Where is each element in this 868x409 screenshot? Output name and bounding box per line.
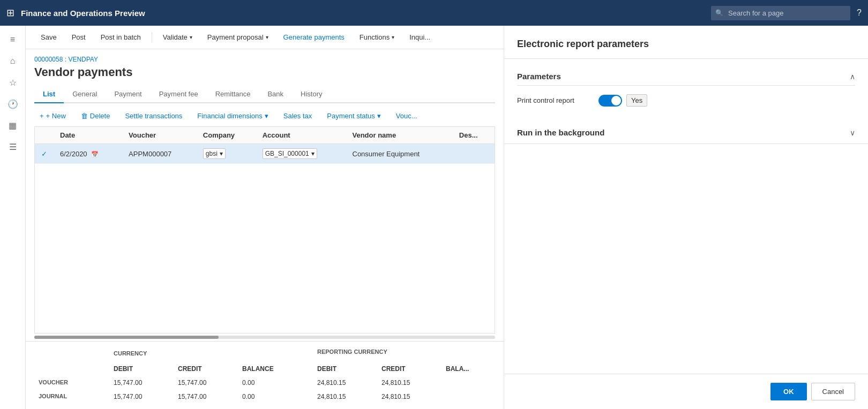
toggle-value: Yes <box>626 94 647 107</box>
tab-list[interactable]: List <box>34 86 64 103</box>
sidebar: ≡ ⌂ ☆ 🕐 ▦ ☰ <box>0 26 26 409</box>
parameters-section-header[interactable]: Parameters ∧ <box>517 67 855 86</box>
content-area: Save Post Post in batch Validate ▾ Payme… <box>26 26 504 409</box>
main-layout: ≡ ⌂ ☆ 🕐 ▦ ☰ Save Post Post in batch Vali… <box>0 26 868 409</box>
validate-chevron-icon: ▾ <box>190 34 192 40</box>
post-button[interactable]: Post <box>65 30 92 44</box>
payment-status-button[interactable]: Payment status ▾ <box>321 110 386 122</box>
settle-transactions-button[interactable]: Settle transactions <box>119 110 188 122</box>
journal-r-debit: 24,810.15 <box>313 391 377 403</box>
tab-payment-fee[interactable]: Payment fee <box>151 86 207 103</box>
run-background-section-header[interactable]: Run in the background ∨ <box>504 122 868 144</box>
row-check: ✓ <box>35 144 54 164</box>
tabs: List General Payment Payment fee Remitta… <box>34 86 495 103</box>
sidebar-recent-icon[interactable]: 🕐 <box>3 94 23 113</box>
toggle-wrap: Yes <box>598 94 647 107</box>
voucher-r-credit: 24,810.15 <box>377 377 442 389</box>
sidebar-home-icon[interactable]: ⌂ <box>3 51 23 71</box>
journal-r-credit: 24,810.15 <box>377 391 442 403</box>
journal-balance: 0.00 <box>238 391 291 403</box>
parameters-section: Parameters ∧ Print control report Yes <box>504 59 868 122</box>
help-icon[interactable]: ? <box>857 8 862 18</box>
credit-col-header: CREDIT <box>174 363 238 375</box>
row-account: GB_SI_000001 ▾ <box>256 144 346 164</box>
scrollbar-thumb[interactable] <box>34 336 219 339</box>
column-header-account[interactable]: Account <box>256 127 346 144</box>
sales-tax-button[interactable]: Sales tax <box>278 110 317 122</box>
inquire-button[interactable]: Inqui... <box>403 30 437 44</box>
voucher-row-label: VOUCHER <box>34 377 109 389</box>
r-debit-col-header: DEBIT <box>313 363 377 375</box>
top-navigation: ⊞ Finance and Operations Preview ? <box>0 0 868 26</box>
grid-icon[interactable]: ⊞ <box>6 7 14 19</box>
tab-payment[interactable]: Payment <box>106 86 150 103</box>
action-bar: Save Post Post in batch Validate ▾ Payme… <box>26 26 504 49</box>
payment-status-chevron-icon: ▾ <box>377 112 381 120</box>
sidebar-workspaces-icon[interactable]: ▦ <box>3 116 23 135</box>
voucher-debit: 15,747.00 <box>109 377 174 389</box>
voucher-credit: 15,747.00 <box>174 377 238 389</box>
parameters-chevron-icon: ∧ <box>850 72 855 81</box>
new-button[interactable]: + + New <box>34 110 71 122</box>
data-table: Date Voucher Company Account Vendor name… <box>35 127 495 164</box>
ok-button[interactable]: OK <box>770 383 807 400</box>
search-input[interactable] <box>711 6 850 20</box>
row-voucher: APPM000007 <box>122 144 197 164</box>
row-date: 6/2/2020 📅 <box>54 144 122 164</box>
column-header-date[interactable]: Date <box>54 127 122 144</box>
voucher-r-debit: 24,810.15 <box>313 377 377 389</box>
journal-credit: 15,747.00 <box>174 391 238 403</box>
column-header-company[interactable]: Company <box>197 127 256 144</box>
panel-footer: OK Cancel <box>504 374 868 409</box>
delete-icon: 🗑 <box>81 112 88 120</box>
generate-payments-button[interactable]: Generate payments <box>277 30 351 44</box>
currency-label: CURRENCY <box>109 348 151 359</box>
sidebar-favorites-icon[interactable]: ☆ <box>3 73 23 92</box>
print-control-label: Print control report <box>517 96 592 104</box>
sidebar-hamburger-icon[interactable]: ≡ <box>3 30 23 49</box>
column-header-voucher[interactable]: Voucher <box>122 127 197 144</box>
print-control-toggle[interactable] <box>598 95 622 107</box>
validate-button[interactable]: Validate ▾ <box>156 30 199 44</box>
r-balance-col-header: BALA... <box>442 363 504 375</box>
journal-debit: 15,747.00 <box>109 391 174 403</box>
tab-history[interactable]: History <box>292 86 331 103</box>
voucher-balance: 0.00 <box>238 377 291 389</box>
calendar-icon[interactable]: 📅 <box>91 151 99 157</box>
financial-dimensions-button[interactable]: Financial dimensions ▾ <box>192 110 273 122</box>
voucher-r-balance <box>442 377 504 389</box>
vouch-button[interactable]: Vouc... <box>391 110 423 122</box>
account-dropdown[interactable]: GB_SI_000001 ▾ <box>263 148 317 159</box>
payment-proposal-button[interactable]: Payment proposal ▾ <box>201 30 275 44</box>
run-background-title: Run in the background <box>517 128 604 137</box>
journal-r-balance <box>442 391 504 403</box>
plus-icon: + <box>40 112 44 120</box>
right-panel: Electronic report parameters Parameters … <box>504 26 868 409</box>
post-batch-button[interactable]: Post in batch <box>94 30 147 44</box>
functions-chevron-icon: ▾ <box>392 34 394 40</box>
sidebar-modules-icon[interactable]: ☰ <box>3 137 23 156</box>
tab-remittance[interactable]: Remittance <box>207 86 259 103</box>
separator-1 <box>152 32 152 43</box>
horizontal-scrollbar[interactable] <box>34 336 495 339</box>
sub-action-bar: + + New 🗑 Delete Settle transactions Fin… <box>34 110 495 122</box>
search-wrapper <box>711 6 850 20</box>
functions-button[interactable]: Functions ▾ <box>353 30 401 44</box>
reporting-currency-label: REPORTING CURRENCY <box>313 346 392 357</box>
app-title: Finance and Operations Preview <box>21 9 705 18</box>
delete-button[interactable]: 🗑 Delete <box>76 110 116 122</box>
tab-general[interactable]: General <box>64 86 106 103</box>
column-header-description[interactable]: Des... <box>453 127 495 144</box>
table-wrapper: Date Voucher Company Account Vendor name… <box>34 126 495 334</box>
balance-col-header: BALANCE <box>238 363 291 375</box>
cancel-button[interactable]: Cancel <box>811 383 855 400</box>
save-button[interactable]: Save <box>34 30 63 44</box>
company-dropdown[interactable]: gbsi ▾ <box>203 148 226 159</box>
row-description <box>453 144 495 164</box>
column-header-vendor-name[interactable]: Vendor name <box>346 127 453 144</box>
print-control-field: Print control report Yes <box>517 94 855 107</box>
row-vendor-name: Consumer Equipment <box>346 144 453 164</box>
table-row[interactable]: ✓ 6/2/2020 📅 APPM000007 gbsi ▾ GB_SI_000… <box>35 144 495 164</box>
tab-bank[interactable]: Bank <box>259 86 292 103</box>
panel-title: Electronic report parameters <box>504 26 868 59</box>
